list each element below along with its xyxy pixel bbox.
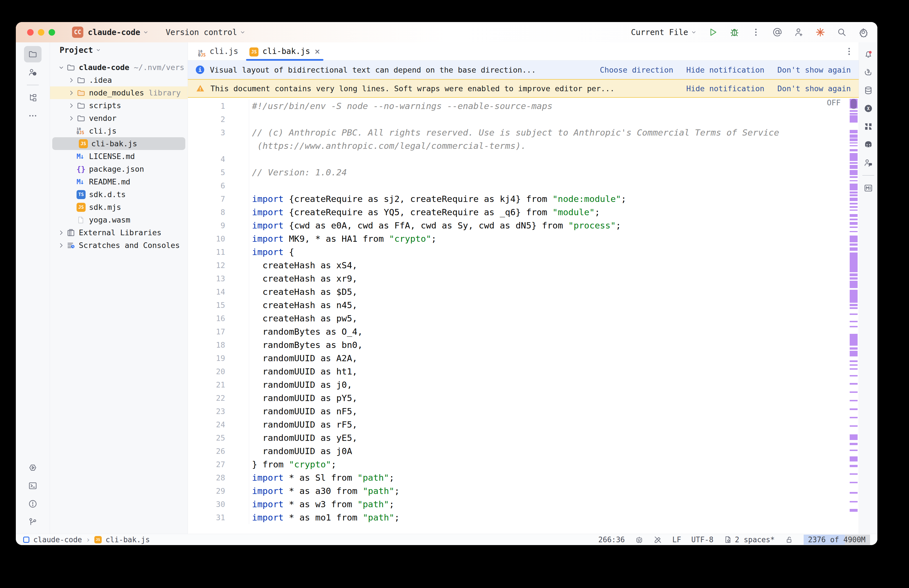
ai-spark-icon[interactable] [815, 27, 826, 38]
project-panel-header[interactable]: Project [50, 42, 187, 58]
mentions-icon[interactable] [772, 27, 783, 38]
code-line[interactable]: 20 randomUUID as ht1, [188, 365, 859, 378]
code-line[interactable]: 5// Version: 1.0.24 [188, 166, 859, 179]
line-separator-widget[interactable]: LF [672, 535, 681, 544]
tree-item-node-modules[interactable]: node_moduleslibrary [50, 86, 187, 99]
dependencies-icon[interactable] [860, 118, 877, 135]
ai-assistant-icon[interactable] [860, 64, 877, 81]
banner-link-hide-notification[interactable]: Hide notification [686, 84, 764, 93]
chevron-down-icon[interactable] [56, 64, 66, 71]
chevron-right-icon[interactable] [66, 115, 77, 122]
minimize-window-button[interactable] [38, 29, 44, 36]
chevron-right-icon[interactable] [56, 242, 66, 249]
run-icon[interactable] [24, 459, 42, 476]
code-line[interactable]: 16 createHash as pw5, [188, 312, 859, 325]
tree-item-cli-bak-js[interactable]: JScli-bak.js [52, 137, 185, 150]
debug-button[interactable] [729, 27, 740, 38]
code-line[interactable]: 22 randomUUID as pY5, [188, 391, 859, 405]
code-line[interactable]: 9import {cwd as e0A, cwd as FfA, cwd as … [188, 219, 859, 232]
project-folder-icon[interactable] [24, 46, 42, 62]
tab-cli-bak-js[interactable]: JScli-bak.js× [244, 42, 326, 60]
ai-status-icon[interactable] [635, 535, 643, 544]
code-line[interactable]: 3// (c) Anthropic PBC. All rights reserv… [188, 126, 859, 139]
code-line[interactable]: 7import {createRequire as sj2, createReq… [188, 192, 859, 205]
banner-link-choose-direction[interactable]: Choose direction [600, 66, 673, 74]
caret-position-widget[interactable]: 266:36 [598, 535, 625, 544]
breadcrumb-project[interactable]: claude-code [33, 535, 82, 544]
search-everywhere-button[interactable] [836, 27, 848, 38]
code-line[interactable]: 25 randomUUID as yE5, [188, 431, 859, 444]
tree-item-claude-code[interactable]: claude-code~/.nvm/vers [50, 61, 187, 74]
copilot-icon[interactable] [860, 136, 877, 153]
tree-item-readme-md[interactable]: M↓README.md [50, 175, 187, 188]
code-line[interactable]: 21 randomUUID as j0, [188, 378, 859, 391]
chevron-right-icon[interactable] [66, 102, 77, 109]
close-tab-icon[interactable]: × [315, 47, 320, 56]
code-line[interactable]: 14 createHash as $D5, [188, 285, 859, 299]
tree-item-vendor[interactable]: vendor [50, 112, 187, 124]
chevron-right-icon[interactable] [56, 229, 66, 236]
chevron-right-icon[interactable] [66, 76, 77, 84]
add-user-button[interactable] [793, 27, 804, 38]
editor-scrollbar[interactable] [850, 98, 857, 534]
problems-icon[interactable] [24, 496, 42, 512]
encoding-widget[interactable]: UTF-8 [691, 535, 713, 544]
notifications-icon[interactable] [860, 46, 877, 62]
code-line[interactable]: 4 [188, 152, 859, 166]
breadcrumb-file[interactable]: cli-bak.js [106, 535, 150, 544]
memory-indicator[interactable]: 2376 of 4900M [804, 535, 870, 545]
chevron-right-icon[interactable] [66, 89, 77, 97]
git-branch-icon[interactable] [24, 514, 42, 530]
tree-item-external-libraries[interactable]: External Libraries [50, 226, 187, 239]
code-line[interactable]: 18 randomBytes as bn0, [188, 338, 859, 352]
indent-widget[interactable]: 2 spaces* [724, 535, 775, 544]
code-line[interactable]: 1#!/usr/bin/env -S node --no-warnings --… [188, 99, 859, 113]
code-line[interactable]: 31import * as mo1 from "path"; [188, 511, 859, 524]
structure-icon[interactable] [24, 89, 42, 106]
code-line[interactable]: 2 [188, 113, 859, 126]
tree-item-sdk-mjs[interactable]: JSsdk.mjs [50, 201, 187, 213]
banner-link-don-t-show-again[interactable]: Don't show again [777, 84, 851, 93]
code-line[interactable]: 30import * as w3 from "path"; [188, 498, 859, 511]
version-control-menu[interactable]: Version control [166, 27, 237, 37]
code-line[interactable]: 17 randomBytes as O_4, [188, 325, 859, 338]
code-line[interactable]: 28import * as Sl from "path"; [188, 471, 859, 485]
tree-item--idea[interactable]: .idea [50, 74, 187, 86]
more-icon[interactable] [24, 108, 42, 124]
scrollbar-thumb[interactable] [851, 99, 857, 109]
code-line[interactable]: 6 [188, 179, 859, 192]
pull-requests-icon[interactable]: ? [24, 64, 42, 81]
tree-item-cli-js[interactable]: 100JScli.js [50, 124, 187, 137]
tab-options-button[interactable] [843, 46, 855, 57]
highlighting-level-widget[interactable]: OFF [827, 98, 841, 107]
more-actions-button[interactable] [750, 27, 762, 38]
code-line[interactable]: 8import {createRequire as YQ5, createReq… [188, 205, 859, 219]
run-button[interactable] [707, 27, 718, 38]
tree-item-scripts[interactable]: scripts [50, 99, 187, 112]
code-line[interactable]: 12 createHash as xS4, [188, 259, 859, 272]
markdown-icon[interactable] [860, 180, 877, 196]
tree-item-license-md[interactable]: M↓LICENSE.md [50, 150, 187, 163]
project-name-menu[interactable]: claude-code [88, 27, 140, 37]
code-line[interactable]: 24 randomUUID as rF5, [188, 418, 859, 431]
zoom-window-button[interactable] [48, 29, 55, 36]
terminal-icon[interactable] [24, 478, 42, 494]
code-line[interactable]: 13 createHash as xr9, [188, 272, 859, 285]
readonly-toggle-icon[interactable] [654, 535, 662, 544]
editor[interactable]: 1#!/usr/bin/env -S node --no-warnings --… [188, 98, 859, 534]
lock-widget[interactable] [785, 535, 793, 544]
code-line[interactable]: 11import { [188, 246, 859, 259]
banner-link-don-t-show-again[interactable]: Don't show again [777, 66, 851, 74]
code-line[interactable]: 19 randomUUID as A2A, [188, 352, 859, 365]
tree-item-scratches-and-consoles[interactable]: Scratches and Consoles [50, 239, 187, 252]
tree-item-yoga-wasm[interactable]: yoga.wasm [50, 213, 187, 226]
x-plugin-icon[interactable]: X [860, 100, 877, 116]
database-icon[interactable] [860, 82, 877, 99]
code-line[interactable]: 10import MK9, * as HA1 from "crypto"; [188, 232, 859, 246]
tab-cli-js[interactable]: 100JScli.js [192, 42, 244, 60]
close-window-button[interactable] [27, 29, 34, 36]
code-line[interactable]: 29import * as a30 from "path"; [188, 485, 859, 498]
code-line[interactable]: 26 randomUUID as j0A [188, 444, 859, 458]
code-line[interactable]: (https://www.anthropic.com/legal/commerc… [188, 139, 859, 152]
code-line[interactable]: 27} from "crypto"; [188, 458, 859, 471]
